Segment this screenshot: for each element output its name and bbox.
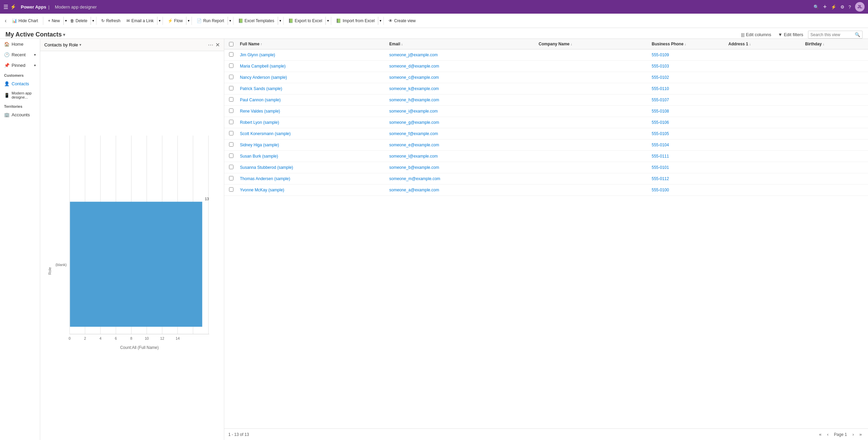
cell-email-2[interactable]: someone_c@example.com [387,72,536,83]
edit-filters-button[interactable]: ▼ Edit filters [776,31,805,39]
chart-more-icon[interactable]: ⋯ [208,42,213,48]
excel-templates-button[interactable]: 📗 Excel Templates [235,17,277,25]
cell-email-1[interactable]: someone_d@example.com [387,61,536,71]
cell-email-9[interactable]: someone_l@example.com [387,151,536,161]
cell-phone-1[interactable]: 555-0103 [650,61,726,71]
col-header-company[interactable]: Company Name ↓ [537,39,650,49]
row-checkbox-7[interactable] [227,128,238,139]
export-excel-button[interactable]: 📗 Export to Excel [286,17,325,25]
new-button[interactable]: + New [45,17,63,25]
view-title-caret[interactable]: ▾ [63,32,65,37]
sidebar-item-modern-app[interactable]: 📱 Modern app designe... [0,89,40,102]
cell-fullname-0[interactable]: Jim Glynn (sample) [238,50,387,60]
export-caret[interactable]: ▾ [325,17,329,25]
cell-fullname-11[interactable]: Thomas Andersen (sample) [238,174,387,184]
row-checkbox-8[interactable] [227,140,238,150]
cell-fullname-5[interactable]: Rene Valdes (sample) [238,106,387,116]
help-icon-topbar[interactable]: ? [849,4,851,10]
new-caret[interactable]: ▾ [63,17,67,25]
hamburger-icon[interactable]: ☰ [3,4,8,10]
run-report-caret[interactable]: ▾ [228,17,231,25]
cell-email-4[interactable]: someone_h@example.com [387,95,536,105]
cell-email-12[interactable]: someone_a@example.com [387,185,536,195]
cell-phone-6[interactable]: 555-0106 [650,117,726,128]
pinned-expand-icon[interactable]: ▾ [34,63,36,67]
cell-phone-4[interactable]: 555-0107 [650,95,726,105]
col-header-phone[interactable]: Business Phone ↓ [650,39,726,49]
sidebar-item-contacts[interactable]: 👤 Contacts [0,79,40,89]
email-caret[interactable]: ▾ [157,17,161,25]
create-view-button[interactable]: 👁 Create view [386,17,418,25]
row-checkbox-11[interactable] [227,173,238,184]
cell-fullname-6[interactable]: Robert Lyon (sample) [238,117,387,128]
import-excel-button[interactable]: 📗 Import from Excel [333,17,377,25]
cell-phone-9[interactable]: 555-0111 [650,151,726,161]
cell-phone-10[interactable]: 555-0101 [650,162,726,173]
cell-phone-8[interactable]: 555-0104 [650,140,726,150]
col-header-email[interactable]: Email ↓ [387,39,536,49]
flow-caret[interactable]: ▾ [186,17,189,25]
chart-close-icon[interactable]: ✕ [215,42,220,48]
email-link-button[interactable]: ✉ Email a Link [124,17,156,25]
avatar[interactable]: JL [855,2,865,12]
row-checkbox-12[interactable] [227,185,238,195]
col-header-address[interactable]: Address 1 ↓ [726,39,803,49]
cell-fullname-2[interactable]: Nancy Anderson (sample) [238,72,387,83]
sidebar-item-recent[interactable]: 🕐 Recent ▾ [0,49,40,60]
cell-fullname-7[interactable]: Scott Konersmann (sample) [238,129,387,139]
hide-chart-button[interactable]: 📊 Hide Chart [9,17,41,25]
run-report-button[interactable]: 📄 Run Report [194,17,227,25]
sidebar-item-accounts[interactable]: 🏢 Accounts [0,110,40,120]
row-checkbox-6[interactable] [227,117,238,128]
col-header-birthday[interactable]: Birthday ↓ [803,39,865,49]
cell-email-8[interactable]: someone_e@example.com [387,140,536,150]
import-caret[interactable]: ▾ [378,17,381,25]
cell-fullname-4[interactable]: Paul Cannon (sample) [238,95,387,105]
cell-email-11[interactable]: someone_m@example.com [387,174,536,184]
last-page-button[interactable]: » [857,431,864,438]
filter-icon-topbar[interactable]: ⚡ [831,4,836,10]
cell-fullname-10[interactable]: Susanna Stubberod (sample) [238,162,387,173]
cell-phone-0[interactable]: 555-0109 [650,50,726,60]
next-page-button[interactable]: › [850,431,856,438]
cell-phone-11[interactable]: 555-0112 [650,174,726,184]
row-checkbox-10[interactable] [227,162,238,173]
add-icon-topbar[interactable]: + [823,3,827,11]
row-checkbox-2[interactable] [227,72,238,83]
cell-fullname-9[interactable]: Susan Burk (sample) [238,151,387,161]
row-checkbox-4[interactable] [227,94,238,105]
cell-phone-5[interactable]: 555-0108 [650,106,726,116]
cell-email-10[interactable]: someone_b@example.com [387,162,536,173]
row-checkbox-5[interactable] [227,106,238,117]
flow-button[interactable]: ⚡ Flow [165,17,185,25]
cell-phone-2[interactable]: 555-0102 [650,72,726,83]
cell-phone-3[interactable]: 555-0110 [650,84,726,94]
first-page-button[interactable]: « [817,431,823,438]
row-checkbox-1[interactable] [227,61,238,72]
select-all-checkbox[interactable] [229,42,233,46]
cell-fullname-8[interactable]: Sidney Higa (sample) [238,140,387,150]
cell-email-3[interactable]: someone_k@example.com [387,84,536,94]
delete-caret[interactable]: ▾ [91,17,94,25]
cell-fullname-3[interactable]: Patrick Sands (sample) [238,84,387,94]
cell-email-6[interactable]: someone_g@example.com [387,117,536,128]
cell-email-0[interactable]: someone_j@example.com [387,50,536,60]
excel-templates-caret[interactable]: ▾ [278,17,281,25]
back-button[interactable]: ‹ [3,16,9,25]
edit-columns-button[interactable]: ||| Edit columns [739,31,773,39]
cell-fullname-1[interactable]: Maria Campbell (sample) [238,61,387,71]
cell-email-5[interactable]: someone_i@example.com [387,106,536,116]
refresh-button[interactable]: ↻ Refresh [98,17,123,25]
row-checkbox-9[interactable] [227,151,238,162]
sidebar-item-pinned[interactable]: 📌 Pinned ▾ [0,60,40,71]
col-header-fullname[interactable]: Full Name ↑ [238,39,387,49]
cell-fullname-12[interactable]: Yvonne McKay (sample) [238,185,387,195]
search-icon-topbar[interactable]: 🔍 [813,4,819,10]
cell-phone-7[interactable]: 555-0105 [650,129,726,139]
search-input[interactable] [810,32,855,37]
row-checkbox-3[interactable] [227,83,238,94]
recent-expand-icon[interactable]: ▾ [34,53,36,57]
row-checkbox-0[interactable] [227,49,238,60]
sidebar-item-home[interactable]: 🏠 Home [0,39,40,49]
settings-icon-topbar[interactable]: ⚙ [840,4,844,10]
